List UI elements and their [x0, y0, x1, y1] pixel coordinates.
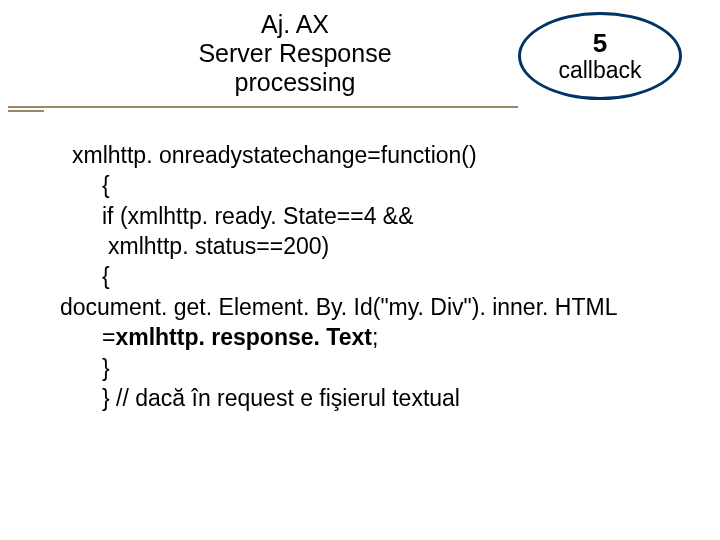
slide: Aj. AX Server Response processing 5 call…: [0, 0, 720, 540]
step-label: callback: [558, 58, 641, 82]
title-line-1: Aj. AX: [155, 10, 435, 39]
code-line-6b: =xmlhttp. response. Text;: [72, 322, 702, 352]
title-line-2: Server Response: [155, 39, 435, 68]
slide-title: Aj. AX Server Response processing: [155, 10, 435, 96]
code-l6b-post: ;: [372, 324, 378, 350]
code-l6b-bold: xmlhttp. response. Text: [115, 324, 371, 350]
code-l6b-pre: =: [102, 324, 115, 350]
code-line-7: }: [72, 353, 702, 383]
code-block: xmlhttp. onreadystatechange=function() {…: [72, 140, 702, 413]
divider-line: [8, 106, 518, 108]
title-line-3: processing: [155, 68, 435, 97]
code-line-8: } // dacă în request e fişierul textual: [72, 383, 702, 413]
code-line-5: {: [72, 261, 702, 291]
code-line-3: if (xmlhttp. ready. State==4 &&: [72, 201, 702, 231]
code-line-2: {: [72, 170, 702, 200]
step-badge: 5 callback: [518, 12, 682, 100]
code-line-6a: document. get. Element. By. Id("my. Div"…: [60, 292, 702, 322]
code-line-1: xmlhttp. onreadystatechange=function(): [72, 142, 477, 168]
divider-accent: [8, 110, 44, 112]
step-number: 5: [593, 30, 607, 57]
code-line-4: xmlhttp. status==200): [72, 231, 702, 261]
